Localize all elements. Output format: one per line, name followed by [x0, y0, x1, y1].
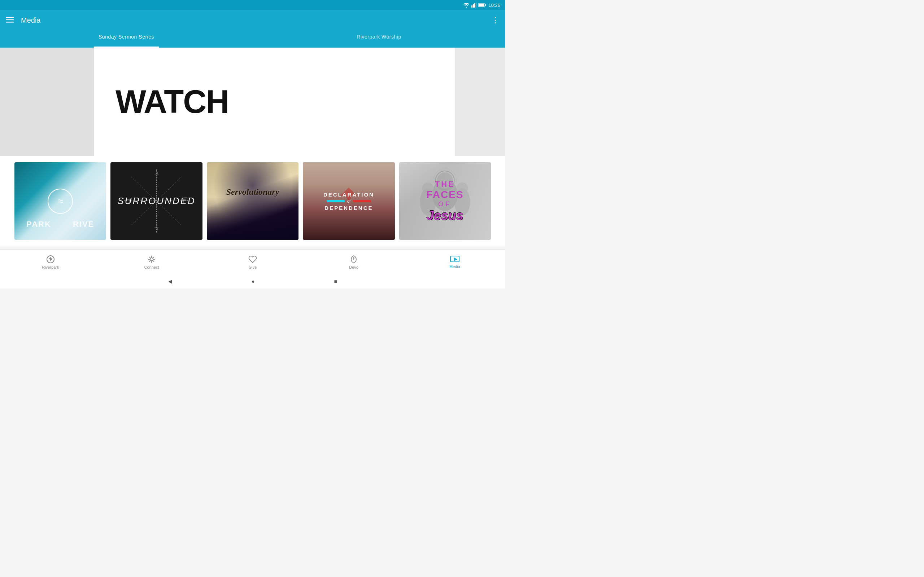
give-nav-label: Give [249, 265, 257, 269]
tab-riverpark-worship-label: Riverpark Worship [357, 34, 401, 44]
decl-of: of [346, 199, 352, 203]
faces-the-text: THE [426, 179, 464, 189]
watch-title: WATCH [115, 85, 228, 118]
thumbnails-row: ≈ PARK RIVE Surrounded [0, 156, 505, 246]
hero-center: WATCH [94, 48, 455, 156]
riverpark-nav-icon [46, 255, 55, 264]
decl-bar-cyan [327, 200, 345, 202]
status-icons [463, 3, 486, 8]
devo-nav-icon [350, 255, 358, 264]
status-bar: 10:26 [0, 0, 505, 10]
faces-jesus-text: Jesus [426, 208, 464, 223]
hero-area: WATCH [0, 48, 505, 156]
more-options-icon[interactable]: ⋮ [491, 16, 499, 25]
bottom-nav: Riverpark Connect Give Devo [0, 250, 505, 274]
faces-of-text: OF [426, 200, 464, 208]
svg-rect-8 [6, 17, 14, 18]
svg-rect-10 [6, 22, 14, 23]
hero-side-right [455, 48, 505, 156]
surrounded-text: Surrounded [117, 195, 195, 206]
thumbnail-park-river[interactable]: ≈ PARK RIVE [15, 162, 106, 240]
app-bar: Media ⋮ [0, 10, 505, 30]
nav-item-give[interactable]: Give [202, 250, 303, 274]
wave-symbol: ≈ [58, 195, 63, 207]
svg-rect-6 [478, 3, 485, 6]
thumbnail-surrounded[interactable]: Surrounded [110, 162, 202, 240]
main-content: WATCH ≈ PARK RIVE [0, 48, 505, 253]
media-nav-icon [450, 256, 459, 263]
svg-point-0 [466, 7, 467, 8]
recent-button[interactable]: ■ [334, 279, 337, 284]
decl-declaration: DECLARATION [323, 192, 374, 198]
home-button[interactable]: ● [252, 279, 254, 284]
app-title: Media [21, 16, 491, 24]
nav-item-devo[interactable]: Devo [303, 250, 404, 274]
park-text: PARK [26, 220, 51, 229]
servolutionary-text: Servolutionary [226, 187, 279, 197]
connect-nav-label: Connect [144, 265, 159, 269]
thumbnail-servolutionary[interactable]: Servolutionary [207, 162, 299, 240]
nav-item-connect[interactable]: Connect [101, 250, 202, 274]
tab-sunday-sermon-label: Sunday Sermon Series [99, 34, 154, 44]
thumbnail-faces-jesus[interactable]: THE FACES OF Jesus [399, 162, 491, 240]
park-river-text: PARK RIVE [26, 220, 94, 229]
wifi-icon [463, 3, 470, 8]
wave-circle: ≈ [48, 189, 73, 214]
thumb-1-overlay: ≈ PARK RIVE [15, 162, 106, 240]
connect-nav-icon [147, 255, 156, 264]
battery-icon [478, 3, 486, 7]
tab-riverpark-worship[interactable]: Riverpark Worship [253, 30, 505, 48]
signal-icon [472, 3, 477, 8]
svg-rect-3 [474, 3, 475, 8]
svg-rect-4 [476, 3, 477, 8]
thumbnail-declaration[interactable]: DECLARATION of DEPENDENCE [303, 162, 394, 240]
media-nav-label: Media [449, 264, 460, 269]
give-nav-icon [248, 255, 257, 264]
svg-point-24 [150, 258, 153, 261]
decl-dependence: DEPENDENCE [325, 205, 373, 211]
decl-content: DECLARATION of DEPENDENCE [323, 192, 374, 211]
devo-nav-label: Devo [349, 265, 359, 269]
back-button[interactable]: ◀ [168, 279, 172, 284]
decl-bars: of [327, 199, 371, 203]
svg-rect-2 [473, 4, 474, 8]
svg-rect-1 [472, 5, 472, 8]
tab-bar: Sunday Sermon Series Riverpark Worship [0, 30, 505, 48]
svg-rect-9 [6, 19, 14, 20]
nav-item-media[interactable]: Media [404, 250, 505, 274]
system-nav: ◀ ● ■ [0, 274, 505, 288]
tab-sunday-sermon[interactable]: Sunday Sermon Series [0, 30, 253, 48]
svg-rect-7 [485, 4, 486, 6]
hero-side-left [0, 48, 94, 156]
riverpark-nav-label: Riverpark [42, 265, 59, 269]
hamburger-icon[interactable] [6, 16, 14, 24]
river-text: RIVE [73, 220, 94, 229]
status-time: 10:26 [488, 3, 500, 8]
nav-item-riverpark[interactable]: Riverpark [0, 250, 101, 274]
faces-faces-text: FACES [426, 189, 464, 200]
decl-bar-red [353, 200, 371, 202]
faces-text-content: THE FACES OF Jesus [426, 179, 464, 223]
